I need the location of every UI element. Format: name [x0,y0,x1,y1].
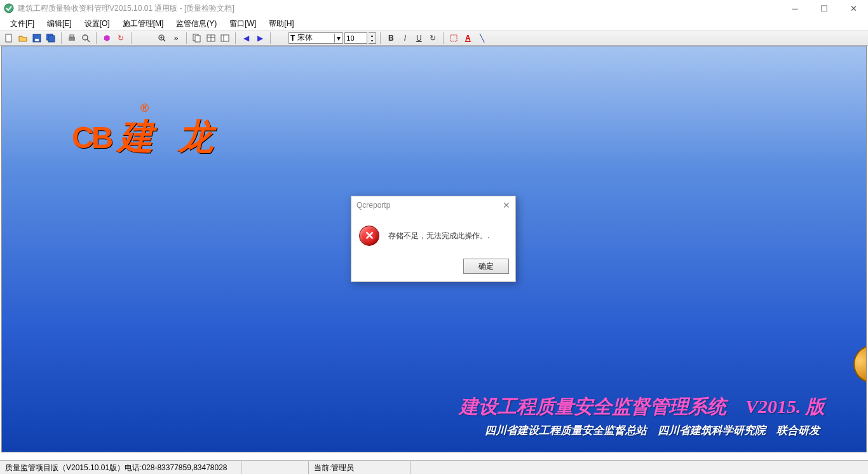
svg-rect-3 [35,39,39,41]
svg-rect-15 [195,36,200,42]
banner-title: 建设工程质量安全监督管理系统 V2015. 版 [459,394,825,420]
svg-rect-21 [451,35,457,41]
italic-button[interactable]: I [398,32,411,44]
expand-icon[interactable]: » [170,32,182,44]
menu-construction[interactable]: 施工管理[M] [116,17,170,30]
dialog-close-button[interactable]: ✕ [503,200,510,210]
banner-subtitle: 四川省建设工程质量安全监督总站 四川省建筑科学研究院 联合研发 [485,423,820,438]
bold-button[interactable]: B [384,32,397,44]
font-prefix-label: T [289,34,296,43]
logo-mark: CB [72,120,111,155]
status-blank1 [241,461,309,474]
saveall-icon[interactable] [44,32,57,44]
toolbar-separator [235,32,236,44]
toolbar-separator [96,32,97,44]
refresh-icon[interactable]: ↻ [114,32,127,44]
svg-rect-19 [221,35,229,41]
svg-point-8 [83,35,88,40]
toolbar-separator [270,32,271,44]
logo-brand: 建 龙 [118,113,221,161]
toolbar-separator [186,32,187,44]
font-color-icon[interactable]: A [461,32,474,44]
underline-button[interactable]: U [412,32,425,44]
status-version: 质量监管项目版（V2015.10.01版）电话:028-83377859,834… [0,461,241,474]
statusbar: 质量监管项目版（V2015.10.01版）电话:028-83377859,834… [0,460,868,474]
menubar: 文件[F] 编辑[E] 设置[O] 施工管理[M] 监管信息(Y) 窗口[W] … [0,17,868,30]
new-icon[interactable] [3,32,15,44]
layout-icon[interactable] [219,32,231,44]
status-user: 当前:管理员 [309,461,410,474]
font-size-spinner[interactable]: ▴▾ [369,32,376,44]
menu-window[interactable]: 窗口[W] [223,17,262,30]
maximize-button[interactable]: ☐ [810,0,839,17]
table-icon[interactable] [205,32,217,44]
zoom-icon[interactable] [156,32,168,44]
error-dialog: Qcreportp ✕ ✕ 存储不足，无法完成此操作。. 确定 [351,196,516,282]
toolbar-separator [61,32,62,44]
dialog-footer: 确定 [351,254,515,281]
svg-rect-5 [48,36,55,42]
next-icon[interactable]: ▶ [254,32,266,44]
open-icon[interactable] [17,32,29,44]
side-badge-icon [853,345,867,383]
ok-button[interactable]: 确定 [463,259,509,274]
font-select[interactable]: T 宋体 ▾ [288,32,343,44]
preview-icon[interactable] [79,32,92,44]
dropdown-icon[interactable]: ▾ [334,34,342,43]
toolbar-separator [131,32,132,44]
line-icon[interactable]: ╲ [475,32,488,44]
registered-icon: ® [140,102,149,115]
menu-help[interactable]: 帮助[H] [262,17,300,30]
print-icon[interactable] [65,32,78,44]
prev-icon[interactable]: ◀ [240,32,252,44]
toolbar: ⬢ ↻ » ◀ ▶ T 宋体 ▾ ▴▾ B I U ↻ A ╲ [0,30,868,46]
font-size-input[interactable] [344,32,367,44]
rotate-icon[interactable]: ↻ [426,32,439,44]
dialog-titlebar: Qcreportp ✕ [351,196,515,214]
svg-rect-7 [70,35,74,37]
svg-point-0 [4,4,13,13]
svg-line-11 [163,39,165,41]
titlebar: 建筑工程质量验收资料管理V2015.10.01 通用版 - [质量检验文档] ─… [0,0,868,17]
svg-rect-1 [6,34,11,42]
toolbar-separator [380,32,381,44]
menu-settings[interactable]: 设置[O] [78,17,116,30]
error-icon: ✕ [359,226,379,246]
window-controls: ─ ☐ ✕ [780,0,868,17]
menu-file[interactable]: 文件[F] [4,17,41,30]
border-icon[interactable] [447,32,460,44]
close-button[interactable]: ✕ [839,0,868,17]
logo-block: CB ® 建 龙 [72,113,221,161]
toolbar-separator [443,32,444,44]
svg-line-9 [87,39,90,42]
status-blank2 [410,461,868,474]
globe-icon[interactable]: ⬢ [100,32,113,44]
app-icon [4,3,14,13]
dialog-title-text: Qcreportp [356,201,390,210]
dialog-message: 存储不足，无法完成此操作。. [388,231,489,241]
minimize-button[interactable]: ─ [780,0,810,17]
dialog-body: ✕ 存储不足，无法完成此操作。. [351,214,515,254]
menu-edit[interactable]: 编辑[E] [41,17,78,30]
save-icon[interactable] [31,32,43,44]
window-title: 建筑工程质量验收资料管理V2015.10.01 通用版 - [质量检验文档] [18,3,234,14]
svg-rect-6 [69,37,75,41]
copy-icon[interactable] [191,32,203,44]
font-name-value: 宋体 [296,32,334,43]
menu-supervision[interactable]: 监管信息(Y) [170,17,223,30]
